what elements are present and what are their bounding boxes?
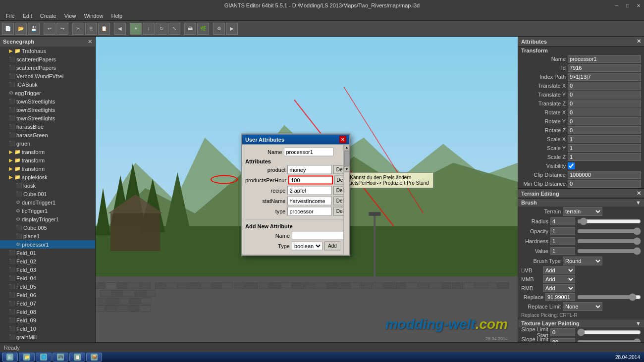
replace-limit-select[interactable]: None xyxy=(563,302,602,311)
tree-item-dumptrigger1[interactable]: ⚙dumpTrigger1 xyxy=(0,198,95,207)
tb-redo[interactable]: ↪ xyxy=(56,23,68,35)
terrain-select[interactable]: terrain xyxy=(563,207,602,216)
tree-item-trafohaus[interactable]: ▶ 📁Trafohaus xyxy=(0,47,95,55)
attr-visibility-checkbox[interactable] xyxy=(568,162,575,169)
dialog-name-input[interactable] xyxy=(284,147,333,156)
tree-item-feld-04[interactable]: ⬛Feld_04 xyxy=(0,274,95,282)
add-name-input[interactable] xyxy=(292,231,346,240)
attr-id-input[interactable] xyxy=(568,64,641,72)
tree-item-townstreetlights[interactable]: ⬛townStreetlights xyxy=(0,97,95,105)
attr-rotz-input[interactable] xyxy=(568,126,641,134)
tree-item-townstreetlights[interactable]: ⬛townStreetlights xyxy=(0,105,95,114)
tree-item-verbotl-wundfvfrei[interactable]: ⬛Verbotl.WundFVfrei xyxy=(0,72,95,80)
tree-item-feld-02[interactable]: ⬛Feld_02 xyxy=(0,257,95,265)
maximize-button[interactable]: □ xyxy=(622,0,633,11)
tree-item-gruen[interactable]: ⬛gruen xyxy=(0,139,95,148)
menu-window[interactable]: Window xyxy=(80,12,107,20)
tree-item-cube-005[interactable]: ⬛Cube.005 xyxy=(0,223,95,232)
tree-item-tiptrigger1[interactable]: ⚙tipTrigger1 xyxy=(0,207,95,215)
opacity-slider[interactable] xyxy=(577,228,641,234)
tree-item-scatteredpapers[interactable]: ⬛scatteredPapers xyxy=(0,55,95,63)
terrain-close[interactable]: ✕ xyxy=(637,190,641,197)
scenegraph-tree[interactable]: ▶ 📁Trafohaus⬛scatteredPapers⬛scatteredPa… xyxy=(0,47,95,352)
menu-create[interactable]: Create xyxy=(36,12,60,20)
tree-item-processor1[interactable]: ⚙processor1 xyxy=(0,240,95,249)
tb-paste[interactable]: 📋 xyxy=(98,23,110,35)
scenegraph-close-button[interactable]: ✕ xyxy=(88,39,92,45)
attr-transx-input[interactable] xyxy=(568,82,641,90)
scroll-thumb[interactable] xyxy=(344,151,349,165)
tb-move[interactable]: ↕ xyxy=(143,23,155,35)
add-type-select[interactable]: boolean string integer float xyxy=(292,241,322,250)
menu-help[interactable]: Help xyxy=(107,12,127,20)
tb-save[interactable]: 💾 xyxy=(28,23,40,35)
attr-clipdist-input[interactable] xyxy=(568,171,641,179)
tree-item-kiosk[interactable]: ⬛kiosk xyxy=(0,181,95,190)
dialog-scrollbar[interactable]: ▲ ▼ xyxy=(343,144,349,255)
hardness-slider[interactable] xyxy=(577,238,641,244)
tree-item-eggtrigger[interactable]: ⚙eggTrigger xyxy=(0,89,95,97)
attr-scaley-input[interactable] xyxy=(568,144,641,152)
tb-terrain[interactable]: 🏔 xyxy=(184,23,196,35)
minimize-button[interactable]: ─ xyxy=(611,0,622,11)
tree-item-feld-06[interactable]: ⬛Feld_06 xyxy=(0,291,95,299)
tree-item-applekiosk[interactable]: ▶ 📁applekiosk xyxy=(0,173,95,181)
attr-scalez-input[interactable] xyxy=(568,153,641,161)
replace-slider[interactable] xyxy=(577,294,641,300)
tree-item-scatteredpapers[interactable]: ⬛scatteredPapers xyxy=(0,63,95,72)
tree-item-displaytrigger1[interactable]: ⚙displayTrigger1 xyxy=(0,215,95,223)
tb-render[interactable]: ▶ xyxy=(226,23,238,35)
tree-item-feld-03[interactable]: ⬛Feld_03 xyxy=(0,265,95,274)
attr-transz-input[interactable] xyxy=(568,100,641,107)
dialog-attr-statname-input[interactable] xyxy=(287,196,332,205)
texture-expand-arrow[interactable]: ▼ xyxy=(636,320,641,326)
value-slider[interactable] xyxy=(577,248,641,254)
tree-item-grainmill[interactable]: ⬛grainMill xyxy=(0,333,95,341)
radius-slider[interactable] xyxy=(577,218,641,224)
tree-item-townstreetlights[interactable]: ⬛townStreetlights xyxy=(0,114,95,122)
menu-view[interactable]: View xyxy=(60,12,80,20)
viewport[interactable]: Hier Kannst du den Preis ändern products… xyxy=(96,37,518,352)
tree-item-harassgreen[interactable]: ⬛harassGreen xyxy=(0,131,95,139)
tb-select[interactable]: ✦ xyxy=(130,23,142,35)
tree-item-feld-10[interactable]: ⬛Feld_10 xyxy=(0,324,95,333)
tb-settings[interactable]: ⚙ xyxy=(213,23,225,35)
tb-copy[interactable]: ⎘ xyxy=(85,23,97,35)
attributes-close[interactable]: ✕ xyxy=(637,38,641,45)
mmb-select[interactable]: Add xyxy=(543,275,575,283)
tree-item-feld-08[interactable]: ⬛Feld_08 xyxy=(0,308,95,316)
tb-open[interactable]: 📂 xyxy=(15,23,27,35)
dialog-close-button[interactable]: ✕ xyxy=(339,136,346,143)
radius-input[interactable] xyxy=(550,217,575,225)
rmb-select[interactable]: Add xyxy=(543,284,575,292)
taskbar-app-3[interactable]: 🎮 xyxy=(53,353,68,362)
menu-file[interactable]: File xyxy=(2,12,19,20)
add-attribute-button[interactable]: Add xyxy=(324,241,340,250)
attr-transy-input[interactable] xyxy=(568,91,641,99)
opacity-input[interactable] xyxy=(550,227,575,235)
taskbar-app-5[interactable]: 📦 xyxy=(86,353,102,362)
tree-item-feld-07[interactable]: ⬛Feld_07 xyxy=(0,299,95,308)
close-button[interactable]: ✕ xyxy=(633,0,644,11)
tb-cut[interactable]: ✂ xyxy=(72,23,84,35)
tree-item-transform[interactable]: ▶ 📁transform xyxy=(0,156,95,164)
tree-item-harassblue[interactable]: ⬛harassBlue xyxy=(0,122,95,131)
tree-item-icabutik[interactable]: ⬛ICAButik xyxy=(0,80,95,89)
brush-expand-arrow[interactable]: ▼ xyxy=(636,200,641,206)
dialog-attr-recipe-input[interactable] xyxy=(287,186,332,195)
tb-rotate[interactable]: ↻ xyxy=(156,23,167,35)
brush-type-select[interactable]: Round Square xyxy=(563,257,602,265)
scroll-down-arrow[interactable]: ▼ xyxy=(344,166,350,172)
dialog-attr-pph-input[interactable] xyxy=(288,175,333,184)
tree-item-feld-05[interactable]: ⬛Feld_05 xyxy=(0,282,95,291)
taskbar-app-1[interactable]: 📁 xyxy=(19,353,35,362)
tb-scale[interactable]: ⤡ xyxy=(168,23,180,35)
scroll-up-arrow[interactable]: ▲ xyxy=(344,144,350,150)
dialog-attr-type-input[interactable] xyxy=(287,207,332,215)
slope-start-slider[interactable] xyxy=(577,329,641,335)
attr-rotx-input[interactable] xyxy=(568,108,641,116)
taskbar-app-4[interactable]: 📋 xyxy=(69,353,85,362)
start-button[interactable]: ⊞ xyxy=(2,353,18,362)
tree-item-feld-01[interactable]: ⬛Feld_01 xyxy=(0,249,95,257)
tb-undo[interactable]: ↩ xyxy=(44,23,55,35)
